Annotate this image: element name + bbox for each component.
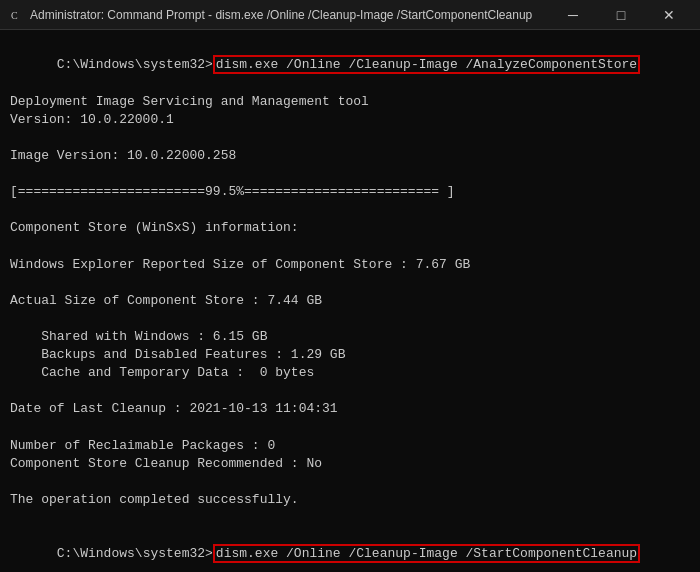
spacer-5 xyxy=(10,274,690,292)
window: C Administrator: Command Prompt - dism.e… xyxy=(0,0,700,572)
output-line-18: Date of Last Cleanup : 2021-10-13 11:04:… xyxy=(10,400,690,418)
terminal-content[interactable]: C:\Windows\system32>dism.exe /Online /Cl… xyxy=(0,30,700,572)
output-line-16: Cache and Temporary Data : 0 bytes xyxy=(10,364,690,382)
output-line-20: Number of Reclaimable Packages : 0 xyxy=(10,437,690,455)
spacer-2 xyxy=(10,165,690,183)
output-line-6: [========================99.5%==========… xyxy=(10,183,690,201)
spacer-1 xyxy=(10,129,690,147)
app-icon: C xyxy=(8,7,24,23)
title-bar: C Administrator: Command Prompt - dism.e… xyxy=(0,0,700,30)
spacer-8 xyxy=(10,419,690,437)
output-line-21: Component Store Cleanup Recommended : No xyxy=(10,455,690,473)
window-controls: ─ □ ✕ xyxy=(550,0,692,30)
output-line-14: Shared with Windows : 6.15 GB xyxy=(10,328,690,346)
spacer-7 xyxy=(10,382,690,400)
minimize-button[interactable]: ─ xyxy=(550,0,596,30)
output-line-4: Image Version: 10.0.22000.258 xyxy=(10,147,690,165)
output-line-12: Actual Size of Component Store : 7.44 GB xyxy=(10,292,690,310)
close-button[interactable]: ✕ xyxy=(646,0,692,30)
output-line-23: The operation completed successfully. xyxy=(10,491,690,509)
output-line-1: Deployment Image Servicing and Managemen… xyxy=(10,93,690,111)
prompt-2: C:\Windows\system32> xyxy=(57,546,213,561)
svg-text:C: C xyxy=(11,10,18,21)
spacer-9 xyxy=(10,473,690,491)
command-line-2: C:\Windows\system32>dism.exe /Online /Cl… xyxy=(10,527,690,572)
command-line-1: C:\Windows\system32>dism.exe /Online /Cl… xyxy=(10,38,690,93)
maximize-button[interactable]: □ xyxy=(598,0,644,30)
command-1-highlighted: dism.exe /Online /Cleanup-Image /Analyze… xyxy=(213,55,640,74)
spacer-10 xyxy=(10,509,690,527)
output-line-10: Windows Explorer Reported Size of Compon… xyxy=(10,256,690,274)
command-2-highlighted: dism.exe /Online /Cleanup-Image /StartCo… xyxy=(213,544,640,563)
output-line-2: Version: 10.0.22000.1 xyxy=(10,111,690,129)
spacer-4 xyxy=(10,238,690,256)
output-line-8: Component Store (WinSxS) information: xyxy=(10,219,690,237)
spacer-3 xyxy=(10,201,690,219)
prompt-1: C:\Windows\system32> xyxy=(57,57,213,72)
output-line-15: Backups and Disabled Features : 1.29 GB xyxy=(10,346,690,364)
window-title: Administrator: Command Prompt - dism.exe… xyxy=(30,8,550,22)
spacer-6 xyxy=(10,310,690,328)
